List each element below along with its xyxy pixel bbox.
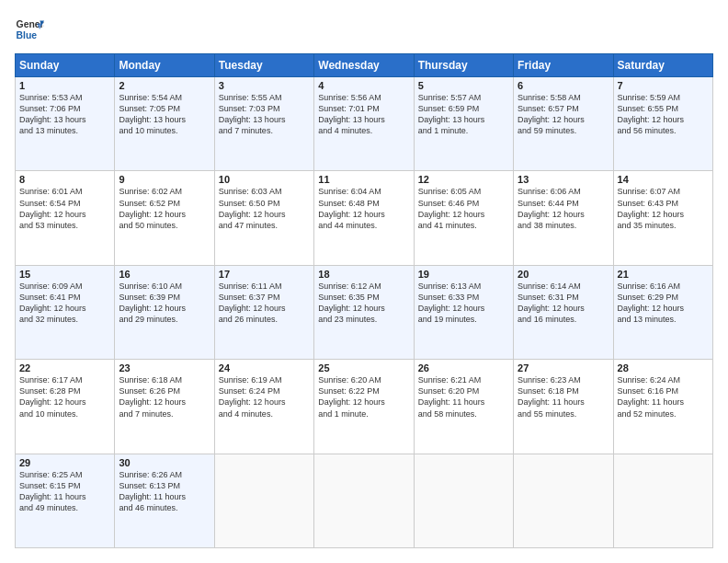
- day-info-line: and 49 minutes.: [19, 502, 110, 513]
- day-info-line: Sunset: 6:15 PM: [19, 480, 110, 491]
- day-info-line: Sunset: 6:37 PM: [219, 292, 310, 303]
- day-info-line: and 32 minutes.: [19, 314, 110, 325]
- day-cell: [314, 454, 414, 547]
- day-number: 4: [318, 80, 409, 91]
- day-cell: 29Sunrise: 6:25 AMSunset: 6:15 PMDayligh…: [16, 454, 115, 547]
- day-info-line: Daylight: 12 hours: [19, 303, 110, 314]
- day-info-line: Sunset: 6:31 PM: [518, 292, 609, 303]
- day-info-line: Sunset: 6:54 PM: [19, 198, 110, 209]
- day-info-line: Daylight: 11 hours: [119, 491, 210, 502]
- day-number: 30: [119, 457, 210, 468]
- day-info-line: Sunrise: 5:59 AM: [618, 92, 709, 103]
- day-number: 10: [219, 174, 310, 185]
- day-info-line: Daylight: 13 hours: [119, 114, 210, 125]
- day-cell: 26Sunrise: 6:21 AMSunset: 6:20 PMDayligh…: [414, 360, 513, 454]
- day-info-line: and 10 minutes.: [19, 408, 110, 419]
- day-cell: [613, 454, 712, 547]
- day-info-line: and 29 minutes.: [119, 314, 210, 325]
- weekday-header-friday: Friday: [514, 54, 613, 77]
- day-info-line: Sunset: 7:05 PM: [119, 103, 210, 114]
- week-row-2: 8Sunrise: 6:01 AMSunset: 6:54 PMDaylight…: [16, 171, 713, 265]
- day-info-line: and 26 minutes.: [219, 314, 310, 325]
- day-info-line: Sunrise: 5:53 AM: [19, 92, 110, 103]
- week-row-5: 29Sunrise: 6:25 AMSunset: 6:15 PMDayligh…: [16, 454, 713, 547]
- day-cell: 5Sunrise: 5:57 AMSunset: 6:59 PMDaylight…: [414, 77, 513, 171]
- day-info-line: Sunrise: 6:13 AM: [418, 281, 509, 292]
- day-info-line: and 1 minute.: [318, 408, 409, 419]
- day-info-line: Sunset: 6:44 PM: [518, 198, 609, 209]
- day-number: 24: [219, 362, 310, 373]
- weekday-header-row: SundayMondayTuesdayWednesdayThursdayFrid…: [16, 54, 713, 77]
- day-info-line: Sunrise: 6:18 AM: [119, 374, 210, 385]
- day-cell: 11Sunrise: 6:04 AMSunset: 6:48 PMDayligh…: [314, 171, 414, 265]
- day-info: Sunrise: 6:14 AMSunset: 6:31 PMDaylight:…: [518, 281, 609, 326]
- day-cell: 1Sunrise: 5:53 AMSunset: 7:06 PMDaylight…: [16, 77, 115, 171]
- day-number: 2: [119, 80, 210, 91]
- day-info-line: and 19 minutes.: [418, 314, 509, 325]
- day-info: Sunrise: 6:01 AMSunset: 6:54 PMDaylight:…: [19, 186, 110, 231]
- day-number: 3: [219, 80, 310, 91]
- day-cell: 27Sunrise: 6:23 AMSunset: 6:18 PMDayligh…: [514, 360, 613, 454]
- day-number: 5: [418, 80, 509, 91]
- day-info: Sunrise: 6:03 AMSunset: 6:50 PMDaylight:…: [219, 186, 310, 231]
- day-cell: 22Sunrise: 6:17 AMSunset: 6:28 PMDayligh…: [16, 360, 115, 454]
- day-info-line: and 52 minutes.: [618, 408, 709, 419]
- day-number: 9: [119, 174, 210, 185]
- day-info: Sunrise: 5:54 AMSunset: 7:05 PMDaylight:…: [119, 92, 210, 137]
- day-info-line: Daylight: 12 hours: [518, 209, 609, 220]
- week-row-1: 1Sunrise: 5:53 AMSunset: 7:06 PMDaylight…: [16, 77, 713, 171]
- day-info-line: Sunrise: 6:04 AM: [318, 186, 409, 197]
- day-number: 20: [518, 269, 609, 280]
- day-info-line: Sunrise: 6:26 AM: [119, 469, 210, 480]
- day-info-line: Sunrise: 5:54 AM: [119, 92, 210, 103]
- day-info-line: and 4 minutes.: [219, 408, 310, 419]
- day-cell: 14Sunrise: 6:07 AMSunset: 6:43 PMDayligh…: [613, 171, 712, 265]
- day-info-line: and 23 minutes.: [318, 314, 409, 325]
- day-info-line: Sunset: 7:06 PM: [19, 103, 110, 114]
- day-info-line: Sunset: 6:43 PM: [618, 198, 709, 209]
- day-info-line: Daylight: 12 hours: [618, 114, 709, 125]
- day-cell: 13Sunrise: 6:06 AMSunset: 6:44 PMDayligh…: [514, 171, 613, 265]
- day-info-line: Sunrise: 6:11 AM: [219, 281, 310, 292]
- day-info-line: Sunset: 6:59 PM: [418, 103, 509, 114]
- day-info-line: Sunrise: 6:21 AM: [418, 374, 509, 385]
- day-info: Sunrise: 6:05 AMSunset: 6:46 PMDaylight:…: [418, 186, 509, 231]
- day-info: Sunrise: 6:24 AMSunset: 6:16 PMDaylight:…: [618, 374, 709, 419]
- day-cell: 15Sunrise: 6:09 AMSunset: 6:41 PMDayligh…: [16, 265, 115, 359]
- day-info-line: Sunset: 6:18 PM: [518, 385, 609, 396]
- day-info-line: Sunrise: 6:07 AM: [618, 186, 709, 197]
- day-number: 19: [418, 269, 509, 280]
- day-info-line: Daylight: 11 hours: [418, 396, 509, 408]
- day-number: 23: [119, 362, 210, 373]
- day-info-line: Daylight: 12 hours: [618, 209, 709, 220]
- day-number: 14: [618, 174, 709, 185]
- day-cell: 2Sunrise: 5:54 AMSunset: 7:05 PMDaylight…: [115, 77, 214, 171]
- day-cell: 3Sunrise: 5:55 AMSunset: 7:03 PMDaylight…: [214, 77, 313, 171]
- day-info-line: Sunset: 6:16 PM: [618, 385, 709, 396]
- day-info-line: Daylight: 12 hours: [19, 209, 110, 220]
- day-info-line: and 4 minutes.: [318, 125, 409, 136]
- day-info-line: Sunset: 7:03 PM: [219, 103, 310, 114]
- day-info: Sunrise: 6:02 AMSunset: 6:52 PMDaylight:…: [119, 186, 210, 231]
- day-info-line: and 16 minutes.: [518, 314, 609, 325]
- day-info-line: and 47 minutes.: [219, 220, 310, 231]
- weekday-header-saturday: Saturday: [613, 54, 712, 77]
- page: General Blue SundayMondayTuesdayWednesda…: [0, 0, 728, 563]
- day-info-line: Daylight: 12 hours: [618, 303, 709, 314]
- logo: General Blue: [15, 15, 44, 44]
- day-info-line: Sunset: 6:35 PM: [318, 292, 409, 303]
- day-cell: 10Sunrise: 6:03 AMSunset: 6:50 PMDayligh…: [214, 171, 313, 265]
- day-cell: 8Sunrise: 6:01 AMSunset: 6:54 PMDaylight…: [16, 171, 115, 265]
- day-cell: 20Sunrise: 6:14 AMSunset: 6:31 PMDayligh…: [514, 265, 613, 359]
- day-info-line: Daylight: 11 hours: [518, 396, 609, 408]
- day-info: Sunrise: 6:06 AMSunset: 6:44 PMDaylight:…: [518, 186, 609, 231]
- day-info: Sunrise: 6:04 AMSunset: 6:48 PMDaylight:…: [318, 186, 409, 231]
- day-info-line: Daylight: 12 hours: [318, 396, 409, 408]
- day-cell: 19Sunrise: 6:13 AMSunset: 6:33 PMDayligh…: [414, 265, 513, 359]
- day-info: Sunrise: 6:20 AMSunset: 6:22 PMDaylight:…: [318, 374, 409, 419]
- day-info-line: Sunset: 6:22 PM: [318, 385, 409, 396]
- day-number: 13: [518, 174, 609, 185]
- day-info: Sunrise: 6:07 AMSunset: 6:43 PMDaylight:…: [618, 186, 709, 231]
- weekday-header-sunday: Sunday: [16, 54, 115, 77]
- day-info-line: Daylight: 12 hours: [518, 114, 609, 125]
